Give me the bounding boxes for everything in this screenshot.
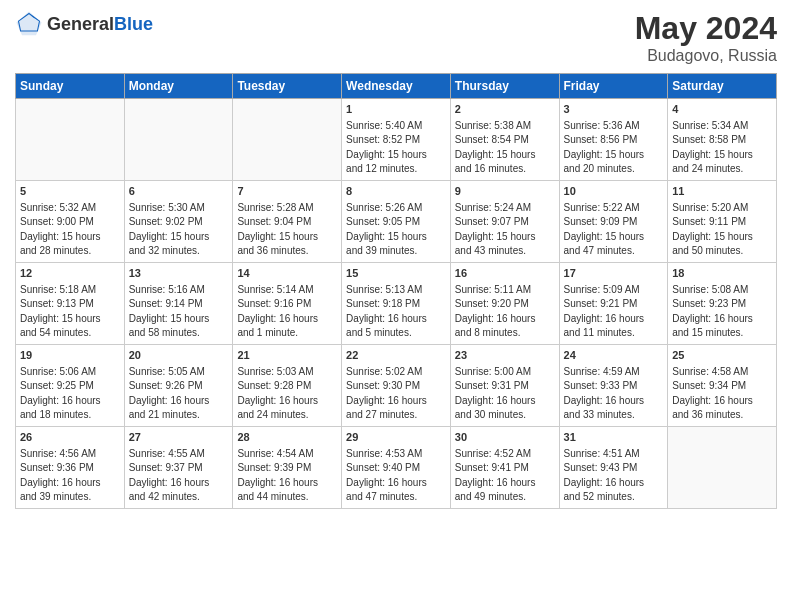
logo-text: GeneralBlue (47, 14, 153, 35)
day-info: Sunrise: 5:05 AMSunset: 9:26 PMDaylight:… (129, 365, 229, 423)
day-number: 2 (455, 102, 555, 118)
calendar-cell: 19Sunrise: 5:06 AMSunset: 9:25 PMDayligh… (16, 345, 125, 427)
day-number: 17 (564, 266, 664, 282)
calendar-cell: 27Sunrise: 4:55 AMSunset: 9:37 PMDayligh… (124, 427, 233, 509)
calendar-cell: 22Sunrise: 5:02 AMSunset: 9:30 PMDayligh… (342, 345, 451, 427)
calendar-week-4: 19Sunrise: 5:06 AMSunset: 9:25 PMDayligh… (16, 345, 777, 427)
calendar-location: Budagovo, Russia (635, 47, 777, 65)
day-number: 24 (564, 348, 664, 364)
logo-icon (15, 10, 43, 38)
day-number: 27 (129, 430, 229, 446)
col-thursday: Thursday (450, 74, 559, 99)
day-number: 13 (129, 266, 229, 282)
calendar-cell: 15Sunrise: 5:13 AMSunset: 9:18 PMDayligh… (342, 263, 451, 345)
day-info: Sunrise: 5:32 AMSunset: 9:00 PMDaylight:… (20, 201, 120, 259)
day-number: 7 (237, 184, 337, 200)
day-info: Sunrise: 4:54 AMSunset: 9:39 PMDaylight:… (237, 447, 337, 505)
day-info: Sunrise: 4:51 AMSunset: 9:43 PMDaylight:… (564, 447, 664, 505)
day-info: Sunrise: 4:56 AMSunset: 9:36 PMDaylight:… (20, 447, 120, 505)
day-info: Sunrise: 5:40 AMSunset: 8:52 PMDaylight:… (346, 119, 446, 177)
day-number: 31 (564, 430, 664, 446)
day-info: Sunrise: 5:22 AMSunset: 9:09 PMDaylight:… (564, 201, 664, 259)
day-info: Sunrise: 5:00 AMSunset: 9:31 PMDaylight:… (455, 365, 555, 423)
calendar-week-3: 12Sunrise: 5:18 AMSunset: 9:13 PMDayligh… (16, 263, 777, 345)
calendar-title: May 2024 (635, 10, 777, 47)
calendar-cell: 31Sunrise: 4:51 AMSunset: 9:43 PMDayligh… (559, 427, 668, 509)
day-number: 28 (237, 430, 337, 446)
day-info: Sunrise: 5:16 AMSunset: 9:14 PMDaylight:… (129, 283, 229, 341)
calendar-cell: 6Sunrise: 5:30 AMSunset: 9:02 PMDaylight… (124, 181, 233, 263)
day-number: 30 (455, 430, 555, 446)
calendar-cell: 4Sunrise: 5:34 AMSunset: 8:58 PMDaylight… (668, 99, 777, 181)
logo-blue: Blue (114, 14, 153, 34)
day-number: 19 (20, 348, 120, 364)
day-number: 16 (455, 266, 555, 282)
calendar-cell (124, 99, 233, 181)
day-info: Sunrise: 5:30 AMSunset: 9:02 PMDaylight:… (129, 201, 229, 259)
day-info: Sunrise: 5:34 AMSunset: 8:58 PMDaylight:… (672, 119, 772, 177)
day-number: 9 (455, 184, 555, 200)
day-number: 25 (672, 348, 772, 364)
day-number: 1 (346, 102, 446, 118)
calendar-cell: 29Sunrise: 4:53 AMSunset: 9:40 PMDayligh… (342, 427, 451, 509)
day-number: 8 (346, 184, 446, 200)
calendar-cell: 23Sunrise: 5:00 AMSunset: 9:31 PMDayligh… (450, 345, 559, 427)
day-info: Sunrise: 5:11 AMSunset: 9:20 PMDaylight:… (455, 283, 555, 341)
calendar-cell: 13Sunrise: 5:16 AMSunset: 9:14 PMDayligh… (124, 263, 233, 345)
calendar-cell (16, 99, 125, 181)
header-row: Sunday Monday Tuesday Wednesday Thursday… (16, 74, 777, 99)
calendar-cell: 30Sunrise: 4:52 AMSunset: 9:41 PMDayligh… (450, 427, 559, 509)
calendar-cell: 12Sunrise: 5:18 AMSunset: 9:13 PMDayligh… (16, 263, 125, 345)
col-friday: Friday (559, 74, 668, 99)
col-monday: Monday (124, 74, 233, 99)
calendar-week-5: 26Sunrise: 4:56 AMSunset: 9:36 PMDayligh… (16, 427, 777, 509)
day-info: Sunrise: 5:09 AMSunset: 9:21 PMDaylight:… (564, 283, 664, 341)
logo: GeneralBlue (15, 10, 153, 38)
calendar-cell: 25Sunrise: 4:58 AMSunset: 9:34 PMDayligh… (668, 345, 777, 427)
calendar-cell (668, 427, 777, 509)
day-info: Sunrise: 5:08 AMSunset: 9:23 PMDaylight:… (672, 283, 772, 341)
day-info: Sunrise: 5:26 AMSunset: 9:05 PMDaylight:… (346, 201, 446, 259)
calendar-cell: 1Sunrise: 5:40 AMSunset: 8:52 PMDaylight… (342, 99, 451, 181)
day-number: 15 (346, 266, 446, 282)
day-number: 5 (20, 184, 120, 200)
calendar-cell: 7Sunrise: 5:28 AMSunset: 9:04 PMDaylight… (233, 181, 342, 263)
day-info: Sunrise: 4:52 AMSunset: 9:41 PMDaylight:… (455, 447, 555, 505)
calendar-cell: 10Sunrise: 5:22 AMSunset: 9:09 PMDayligh… (559, 181, 668, 263)
logo-general: General (47, 14, 114, 34)
calendar-cell: 20Sunrise: 5:05 AMSunset: 9:26 PMDayligh… (124, 345, 233, 427)
day-number: 29 (346, 430, 446, 446)
day-info: Sunrise: 5:36 AMSunset: 8:56 PMDaylight:… (564, 119, 664, 177)
calendar-cell: 18Sunrise: 5:08 AMSunset: 9:23 PMDayligh… (668, 263, 777, 345)
day-number: 3 (564, 102, 664, 118)
day-number: 12 (20, 266, 120, 282)
title-block: May 2024 Budagovo, Russia (635, 10, 777, 65)
calendar-cell: 21Sunrise: 5:03 AMSunset: 9:28 PMDayligh… (233, 345, 342, 427)
calendar-week-1: 1Sunrise: 5:40 AMSunset: 8:52 PMDaylight… (16, 99, 777, 181)
col-sunday: Sunday (16, 74, 125, 99)
svg-marker-0 (16, 11, 41, 35)
calendar-cell: 11Sunrise: 5:20 AMSunset: 9:11 PMDayligh… (668, 181, 777, 263)
calendar-cell: 26Sunrise: 4:56 AMSunset: 9:36 PMDayligh… (16, 427, 125, 509)
day-info: Sunrise: 5:20 AMSunset: 9:11 PMDaylight:… (672, 201, 772, 259)
day-number: 20 (129, 348, 229, 364)
day-number: 21 (237, 348, 337, 364)
day-info: Sunrise: 5:28 AMSunset: 9:04 PMDaylight:… (237, 201, 337, 259)
day-info: Sunrise: 5:14 AMSunset: 9:16 PMDaylight:… (237, 283, 337, 341)
calendar-cell: 24Sunrise: 4:59 AMSunset: 9:33 PMDayligh… (559, 345, 668, 427)
col-tuesday: Tuesday (233, 74, 342, 99)
day-number: 23 (455, 348, 555, 364)
day-info: Sunrise: 5:13 AMSunset: 9:18 PMDaylight:… (346, 283, 446, 341)
day-info: Sunrise: 5:02 AMSunset: 9:30 PMDaylight:… (346, 365, 446, 423)
calendar-cell: 14Sunrise: 5:14 AMSunset: 9:16 PMDayligh… (233, 263, 342, 345)
col-saturday: Saturday (668, 74, 777, 99)
day-info: Sunrise: 4:59 AMSunset: 9:33 PMDaylight:… (564, 365, 664, 423)
col-wednesday: Wednesday (342, 74, 451, 99)
day-info: Sunrise: 4:53 AMSunset: 9:40 PMDaylight:… (346, 447, 446, 505)
calendar-cell: 28Sunrise: 4:54 AMSunset: 9:39 PMDayligh… (233, 427, 342, 509)
day-number: 6 (129, 184, 229, 200)
header: GeneralBlue May 2024 Budagovo, Russia (15, 10, 777, 65)
calendar-table: Sunday Monday Tuesday Wednesday Thursday… (15, 73, 777, 509)
calendar-cell: 2Sunrise: 5:38 AMSunset: 8:54 PMDaylight… (450, 99, 559, 181)
day-number: 18 (672, 266, 772, 282)
